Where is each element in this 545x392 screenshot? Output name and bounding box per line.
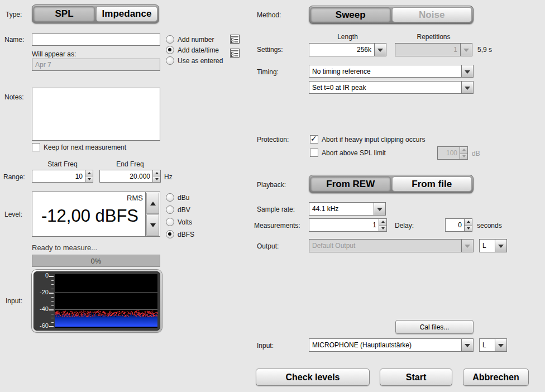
output-channel-value[interactable]: L [480, 240, 495, 252]
unit-volts-radio[interactable] [166, 218, 174, 226]
method-sweep-button[interactable]: Sweep [310, 7, 391, 22]
level-down-button[interactable] [146, 214, 159, 236]
sample-rate-dropdown-icon[interactable] [374, 203, 385, 215]
unit-dbv-option[interactable]: dBV [166, 205, 190, 214]
abort-clipping-option[interactable]: Abort if heavy input clipping occurs [310, 135, 425, 144]
timing-t0-combo[interactable]: Set t=0 at IR peak [309, 81, 474, 94]
abort-spl-label: Abort above SPL limit [322, 149, 386, 157]
sample-rate-value[interactable]: 44.1 kHz [309, 203, 374, 215]
playback-from-rew-button[interactable]: From REW [310, 176, 391, 192]
unit-dbv-radio[interactable] [166, 205, 174, 214]
output-channel-combo[interactable]: L [479, 239, 507, 252]
input-channel-value[interactable]: L [480, 339, 495, 351]
use-as-entered-label: Use as entered [178, 57, 223, 65]
output-channel-dropdown-icon[interactable] [495, 240, 506, 252]
end-freq-down-button[interactable] [153, 176, 160, 182]
range-unit-label: Hz [164, 173, 173, 181]
notes-textarea[interactable] [32, 88, 160, 141]
status-text: Ready to measure... [32, 243, 97, 252]
add-datetime-label: Add date/time [178, 46, 219, 54]
length-value[interactable]: 256k [309, 44, 374, 56]
input-device-combo[interactable]: MICROPHONE (Hauptlautstärke) [309, 338, 474, 352]
keep-notes-option[interactable]: Keep for next measurement [32, 143, 126, 151]
input-channel-combo[interactable]: L [479, 338, 507, 352]
unit-dbfs-option[interactable]: dBFS [166, 230, 194, 238]
meter-scale-label: -40 [40, 305, 49, 312]
cancel-button[interactable]: Abbrechen [463, 369, 529, 386]
unit-dbfs-radio[interactable] [166, 230, 174, 238]
measurements-up-button[interactable] [379, 219, 386, 226]
notes-label: Notes: [4, 93, 24, 101]
type-label: Type: [6, 11, 22, 18]
level-up-button[interactable] [146, 193, 159, 214]
end-freq-spinner[interactable]: 20.000 [99, 170, 161, 183]
number-format-icon[interactable] [230, 35, 240, 44]
start-freq-up-button[interactable] [85, 170, 93, 176]
playback-toggle-group: From REW From file [309, 175, 474, 193]
cal-files-button[interactable]: Cal files... [395, 320, 474, 334]
length-combo[interactable]: 256k [309, 43, 386, 56]
add-number-option[interactable]: Add number [166, 35, 214, 44]
measurements-down-button[interactable] [379, 226, 386, 232]
will-appear-label: Will appear as: [32, 50, 76, 58]
abort-spl-checkbox[interactable] [310, 149, 318, 157]
use-as-entered-radio[interactable] [166, 56, 174, 65]
timing-reference-value[interactable]: No timing reference [309, 65, 461, 77]
measurements-spinner[interactable]: 1 [309, 218, 387, 232]
keep-notes-checkbox[interactable] [32, 143, 40, 151]
type-impedance-button[interactable]: Impedance [96, 6, 157, 22]
end-freq-up-button[interactable] [153, 170, 160, 176]
start-freq-spinner[interactable]: 10 [32, 170, 93, 183]
end-freq-value[interactable]: 20.000 [100, 170, 152, 182]
will-appear-value [32, 59, 160, 71]
add-datetime-radio[interactable] [166, 46, 174, 54]
add-number-radio[interactable] [166, 35, 174, 44]
delay-label: Delay: [395, 222, 414, 230]
settings-label: Settings: [257, 46, 283, 54]
timing-t0-value[interactable]: Set t=0 at IR peak [309, 82, 461, 93]
start-freq-down-button[interactable] [85, 176, 93, 182]
delay-down-button[interactable] [465, 226, 472, 232]
start-freq-value[interactable]: 10 [32, 170, 85, 182]
delay-spinner[interactable]: 0 [445, 218, 472, 232]
use-as-entered-option[interactable]: Use as entered [166, 56, 223, 65]
end-freq-label: End Freq [99, 160, 161, 168]
output-device-combo: Default Output [309, 239, 474, 252]
level-display: RMS -12,00 dBFS [32, 192, 160, 237]
level-spinner [145, 192, 160, 236]
timing-t0-dropdown-icon[interactable] [461, 82, 473, 93]
repetitions-value: 1 [395, 44, 460, 56]
timing-reference-combo[interactable]: No timing reference [309, 65, 474, 78]
unit-dbu-radio[interactable] [166, 193, 174, 202]
abort-clipping-checkbox[interactable] [310, 135, 318, 144]
sample-rate-combo[interactable]: 44.1 kHz [309, 202, 386, 216]
sample-rate-label: Sample rate: [257, 205, 295, 213]
type-spl-button[interactable]: SPL [34, 6, 95, 22]
unit-volts-option[interactable]: Volts [166, 218, 192, 226]
measurements-value[interactable]: 1 [309, 219, 379, 231]
abort-spl-option[interactable]: Abort above SPL limit [310, 149, 386, 157]
spl-limit-up-button [460, 147, 467, 154]
input-channel-dropdown-icon[interactable] [495, 339, 506, 351]
datetime-format-icon[interactable] [230, 49, 240, 58]
length-dropdown-icon[interactable] [374, 44, 386, 56]
meter-scale-label: 0 [45, 272, 49, 279]
start-freq-label: Start Freq [32, 160, 93, 168]
name-input[interactable] [32, 34, 160, 46]
check-levels-button[interactable]: Check levels [256, 369, 370, 386]
delay-up-button[interactable] [465, 219, 472, 226]
output-device-value: Default Output [309, 240, 461, 252]
start-button[interactable]: Start [380, 369, 452, 386]
playback-from-file-button[interactable]: From file [392, 176, 472, 192]
input-meter-label: Input: [6, 297, 22, 305]
timing-reference-dropdown-icon[interactable] [461, 65, 473, 77]
input-device-label: Input: [257, 342, 274, 350]
add-datetime-option[interactable]: Add date/time [166, 46, 219, 54]
unit-dbu-option[interactable]: dBu [166, 193, 189, 202]
sweep-duration: 5,9 s [477, 46, 492, 54]
input-device-dropdown-icon[interactable] [461, 339, 473, 351]
meter-scale-label: -20 [40, 289, 49, 295]
repetitions-combo: 1 [395, 43, 472, 56]
delay-value[interactable]: 0 [446, 219, 464, 231]
input-device-value[interactable]: MICROPHONE (Hauptlautstärke) [309, 339, 461, 351]
